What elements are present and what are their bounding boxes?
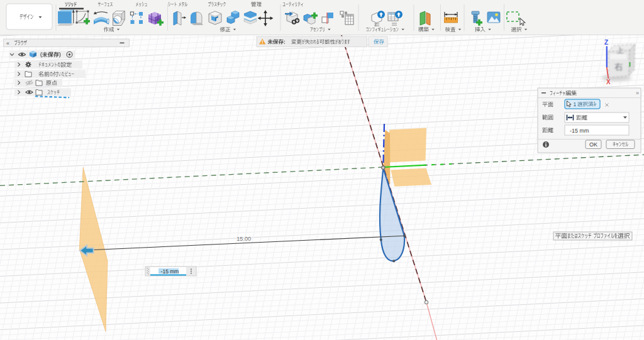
svg-text:1: 1 xyxy=(574,101,577,107)
svg-text:»: » xyxy=(636,90,639,96)
svg-text:Z: Z xyxy=(604,39,608,46)
svg-text:-15 mm: -15 mm xyxy=(161,268,179,275)
svg-text:«: « xyxy=(6,40,9,47)
svg-text:X: X xyxy=(606,79,611,85)
svg-text:-15 mm: -15 mm xyxy=(570,128,589,134)
svg-text:OK: OK xyxy=(589,141,597,148)
